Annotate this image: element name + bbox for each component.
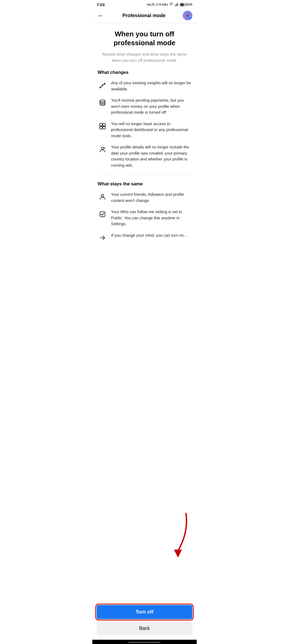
- back-button[interactable]: ←: [97, 11, 105, 20]
- main-title: When you turn off professional mode: [98, 30, 191, 47]
- checkbox-icon: [98, 209, 107, 219]
- main-content: When you turn off professional mode Revi…: [92, 23, 197, 602]
- svg-point-15: [101, 147, 104, 150]
- change-item-1-text: Any of your existing insights will no lo…: [111, 80, 191, 92]
- svg-rect-2: [177, 3, 177, 6]
- change-item-2-text: You'll receive pending payments, but you…: [111, 97, 191, 116]
- signal-icon: [174, 2, 179, 7]
- svg-rect-6: [185, 4, 185, 5]
- status-time: 7:03: [97, 2, 105, 7]
- svg-rect-13: [100, 126, 102, 129]
- home-indicator: [92, 640, 197, 644]
- analytics-icon: [98, 80, 107, 90]
- status-bar: 7:03 VoLTE 3.73 KB/s 81%: [92, 0, 197, 8]
- svg-rect-1: [176, 4, 176, 6]
- avatar[interactable]: 🦸: [183, 11, 192, 20]
- red-arrow-indicator: [162, 511, 194, 559]
- battery-icon: 81%: [180, 3, 192, 6]
- list-item: Your current friends, followers and prof…: [98, 191, 191, 204]
- back-button-bottom[interactable]: Back: [97, 621, 192, 635]
- profile-details-icon: [98, 145, 107, 154]
- page-title: Professional mode: [105, 13, 183, 18]
- header: ← Professional mode 🦸: [92, 8, 197, 23]
- bottom-bar: Turn off Back: [92, 602, 197, 640]
- stays-item-3-text: If you change your mind, you can turn on…: [111, 232, 191, 239]
- list-item: You will no longer have access to profes…: [98, 121, 191, 139]
- svg-rect-5: [180, 3, 184, 6]
- svg-rect-0: [175, 5, 175, 6]
- svg-point-10: [100, 100, 105, 102]
- dashboard-icon: [98, 121, 107, 131]
- subtitle: Review what changes and what stays the s…: [98, 51, 191, 63]
- svg-point-16: [101, 194, 104, 197]
- stays-item-2-text: Your Who can follow me setting is set to…: [111, 209, 191, 227]
- list-item: If you change your mind, you can turn on…: [98, 232, 191, 243]
- what-changes-title: What changes: [98, 70, 191, 75]
- list-item: Any of your existing insights will no lo…: [98, 80, 191, 92]
- what-stays-title: What stays the same: [98, 181, 191, 187]
- money-icon: [98, 98, 107, 108]
- list-item: Your Who can follow me setting is set to…: [98, 209, 191, 227]
- what-stays-section: What stays the same Your current friends…: [98, 181, 191, 243]
- turn-off-button[interactable]: Turn off: [97, 605, 192, 619]
- svg-rect-12: [103, 123, 105, 126]
- svg-rect-3: [177, 3, 178, 6]
- home-bar: [128, 642, 161, 643]
- svg-rect-11: [100, 123, 102, 126]
- speed-indicator: 3.73 KB/s: [156, 3, 168, 6]
- svg-marker-18: [174, 550, 182, 558]
- stays-list: Your current friends, followers and prof…: [98, 191, 191, 243]
- change-item-3-text: You will no longer have access to profes…: [111, 121, 191, 139]
- turn-on-icon: [98, 233, 107, 243]
- svg-rect-14: [103, 126, 105, 129]
- change-item-4-text: Your profile details will no longer incl…: [111, 144, 191, 168]
- what-changes-section: What changes Any of your existing insigh…: [98, 70, 191, 168]
- changes-list: Any of your existing insights will no lo…: [98, 80, 191, 168]
- list-item: Your profile details will no longer incl…: [98, 144, 191, 168]
- list-item: You'll receive pending payments, but you…: [98, 97, 191, 116]
- person-icon: [98, 192, 107, 202]
- volte-icon: VoLTE: [147, 3, 155, 6]
- section-divider: [98, 175, 191, 175]
- stays-item-1-text: Your current friends, followers and prof…: [111, 191, 191, 204]
- wifi-icon: [169, 2, 173, 7]
- status-icons: VoLTE 3.73 KB/s 81%: [147, 2, 192, 7]
